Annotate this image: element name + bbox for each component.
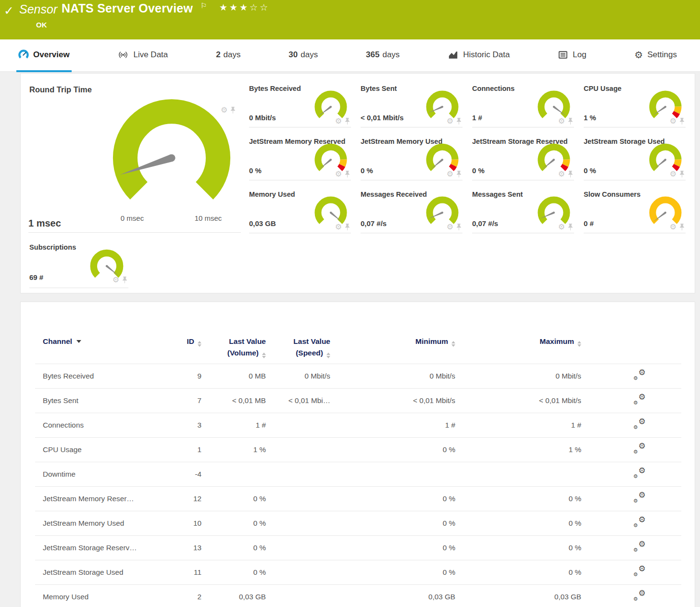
gauge-actions: ⚙ (670, 170, 685, 178)
pin-icon[interactable] (345, 171, 350, 177)
channel-name: Connections (35, 413, 182, 437)
channel-settings-icon[interactable]: ⚙⚙ (633, 517, 646, 528)
gear-icon[interactable]: ⚙ (447, 223, 453, 231)
channel-settings-icon[interactable]: ⚙⚙ (633, 394, 646, 405)
channel-settings-cell: ⚙⚙ (581, 560, 681, 584)
gear-icon[interactable]: ⚙ (335, 117, 342, 125)
channel-settings-icon[interactable]: ⚙⚙ (633, 566, 646, 577)
sort-icon (577, 341, 581, 347)
last-value-speed (266, 584, 330, 607)
gauge-actions: ⚙ (447, 117, 462, 125)
gauge-value: 0,03 GB (249, 219, 276, 228)
gauge-value: 0,07 #/s (361, 219, 387, 228)
pin-icon[interactable] (679, 118, 685, 125)
flag-icon[interactable]: ⚐ (200, 1, 207, 10)
priority-stars[interactable]: ★★★☆☆ (219, 2, 270, 13)
maximum-value: 0 % (455, 511, 581, 535)
pin-icon[interactable] (122, 277, 127, 283)
channel-settings-icon[interactable]: ⚙⚙ (633, 493, 646, 503)
tab-30-days[interactable]: 30days (287, 39, 320, 72)
tab-label: Log (573, 50, 586, 60)
channel-settings-icon[interactable]: ⚙⚙ (633, 542, 646, 552)
gauge-value: 0 % (361, 166, 373, 175)
gauge-value: 0 % (584, 166, 596, 175)
sort-icon (198, 341, 201, 347)
gear-icon[interactable]: ⚙ (221, 106, 227, 114)
maximum-value: 0 % (455, 560, 581, 584)
channel-settings-icon[interactable]: ⚙⚙ (633, 419, 646, 430)
maximum-value: 1 % (455, 437, 581, 462)
maximum-value: 0 % (455, 486, 581, 511)
pin-icon[interactable] (345, 118, 350, 125)
gauges-panel: Round Trip Time 0 msec 10 msec 1 msec ⚙ … (20, 73, 695, 293)
gear-icon[interactable]: ⚙ (670, 170, 676, 178)
gear-icon[interactable]: ⚙ (558, 170, 565, 178)
last-value-volume: 0,03 GB (201, 584, 266, 607)
channel-id: 12 (182, 486, 201, 511)
column-header-minimum[interactable]: Minimum (330, 302, 455, 364)
channel-name: JetStream Storage Used (35, 560, 182, 584)
pin-icon[interactable] (456, 171, 462, 177)
last-value-volume: 0 % (201, 511, 266, 535)
page-title: NATS Server Overview (62, 1, 193, 15)
column-header-last-value-speed[interactable]: Last Value(Speed) (266, 302, 330, 364)
channel-settings-icon[interactable]: ⚙⚙ (633, 591, 646, 601)
gear-icon[interactable]: ⚙ (447, 170, 453, 178)
gauge-card: Connections1 #⚙ (472, 85, 574, 127)
tab-overview[interactable]: Overview (16, 39, 72, 72)
gear-icon[interactable]: ⚙ (112, 276, 119, 284)
pin-icon[interactable] (230, 107, 236, 114)
gauge-value: 0 % (249, 166, 262, 175)
gauge-card: JetStream Storage Used0 %⚙ (584, 138, 686, 180)
pin-icon[interactable] (679, 224, 685, 230)
content-area: Round Trip Time 0 msec 10 msec 1 msec ⚙ … (0, 72, 700, 607)
pin-icon[interactable] (345, 224, 350, 230)
gauge-title: Round Trip Time (29, 85, 92, 94)
column-header-last-value-volume[interactable]: Last Value(Volume) (201, 302, 266, 364)
channel-name: Downtime (35, 462, 182, 486)
minimum-value: 0 % (330, 486, 455, 511)
column-header-maximum[interactable]: Maximum (455, 302, 581, 364)
gauge-actions: ⚙ (558, 117, 573, 125)
gear-icon[interactable]: ⚙ (447, 117, 453, 125)
channel-id: 9 (182, 364, 201, 388)
pin-icon[interactable] (456, 224, 462, 230)
gear-icon[interactable]: ⚙ (670, 117, 676, 125)
minimum-value: 0 Mbit/s (330, 364, 455, 388)
channel-settings-icon[interactable]: ⚙⚙ (633, 443, 646, 454)
channel-settings-cell: ⚙⚙ (581, 437, 681, 462)
channel-settings-icon[interactable]: ⚙⚙ (633, 370, 646, 380)
gauge-card: JetStream Storage Reserved0 %⚙ (472, 138, 574, 180)
gear-icon[interactable]: ⚙ (670, 223, 676, 231)
pin-icon[interactable] (568, 118, 573, 125)
gauge-card: Subscriptions 69 # ⚙ (29, 242, 128, 288)
pin-icon[interactable] (568, 224, 573, 230)
tab-historic-data[interactable]: Historic Data (446, 39, 512, 72)
tab-settings[interactable]: ⚙Settings (633, 39, 679, 72)
pin-icon[interactable] (679, 171, 685, 177)
tab-label: Settings (648, 50, 677, 60)
channel-id: 13 (182, 535, 201, 560)
tab-2-days[interactable]: 2days (214, 39, 242, 72)
tab-365-days[interactable]: 365days (364, 39, 401, 72)
minimum-value: 0,03 GB (330, 584, 455, 607)
gauge-card: Slow Consumers0 #⚙ (584, 190, 686, 233)
gear-icon[interactable]: ⚙ (335, 223, 342, 231)
gear-icon[interactable]: ⚙ (558, 223, 565, 231)
gear-icon[interactable]: ⚙ (558, 117, 565, 125)
channel-settings-icon[interactable]: ⚙⚙ (633, 468, 646, 479)
tab-live-data[interactable]: Live Data (115, 39, 170, 72)
tab-prefix: 30 (288, 50, 298, 60)
gear-icon[interactable]: ⚙ (335, 170, 342, 178)
sort-icon (326, 353, 330, 358)
table-row: Downtime-4⚙⚙ (35, 462, 681, 486)
channel-name: JetStream Memory Reser… (35, 486, 182, 511)
column-header-id[interactable]: ID (182, 302, 201, 364)
gauge-value: 69 # (29, 273, 43, 281)
column-header-channel[interactable]: Channel (35, 302, 182, 364)
sensor-kind-label: Sensor (19, 2, 57, 16)
pin-icon[interactable] (456, 118, 462, 125)
channel-settings-cell: ⚙⚙ (581, 388, 681, 413)
tab-log[interactable]: Log (556, 39, 588, 72)
pin-icon[interactable] (568, 171, 573, 177)
